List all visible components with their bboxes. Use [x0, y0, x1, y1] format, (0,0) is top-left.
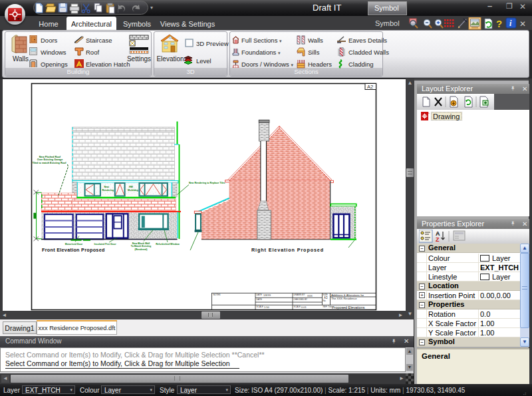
svg-text:Motorised Door: Motorised Door [65, 243, 83, 246]
svg-text:NOTES: NOTES [213, 294, 221, 296]
svg-text:A2: A2 [367, 84, 373, 90]
svg-text:CHECKED BY: CHECKED BY [294, 298, 309, 301]
svg-text:(Rendered): (Rendered) [135, 248, 148, 251]
svg-text:1/8/99: 1/8/99 [263, 294, 271, 297]
svg-text:?: ? [496, 18, 502, 29]
svg-text:Additions & Alterations for: Additions & Alterations for [331, 294, 364, 297]
svg-text:XXX: XXX [307, 294, 313, 297]
svg-text:DRAWN BY: DRAWN BY [294, 294, 306, 296]
svg-text:Z: Z [436, 236, 440, 243]
svg-text:Insulated Frnt Door: Insulated Frnt Door [94, 243, 116, 246]
svg-text:Tiled to match Existing Roof: Tiled to match Existing Roof [32, 162, 66, 164]
svg-text:SCALE: SCALE [257, 305, 263, 308]
svg-text:HW: HW [129, 186, 134, 188]
svg-text:1:50: 1:50 [264, 305, 270, 309]
svg-text:Over Existing Garage: Over Existing Garage [37, 158, 63, 161]
svg-text:Right Elevation Proposed: Right Elevation Proposed [251, 247, 324, 253]
svg-text:New Pitched Roof: New Pitched Roof [39, 156, 61, 158]
svg-text:New Rendering to Replace Tiles: New Rendering to Replace Tiles [189, 182, 225, 184]
svg-text:No.: No. [323, 299, 327, 302]
svg-text:✕: ✕ [519, 19, 526, 29]
svg-text:DATE: DATE [257, 298, 262, 301]
svg-text:Proposed Elevations: Proposed Elevations [332, 305, 365, 309]
svg-text:Mstbldng: Mstbldng [128, 189, 138, 192]
svg-text:0.01: 0.01 [301, 305, 307, 309]
svg-text:Rendering: Rendering [102, 189, 114, 192]
svg-text:Refurbished Window: Refurbished Window [156, 243, 180, 246]
svg-text:The XXX Residence: The XXX Residence [331, 297, 357, 300]
svg-text:REF. Title: REF. Title [323, 305, 332, 308]
svg-text:New: New [104, 186, 110, 188]
svg-text:SCALE: SCALE [294, 305, 301, 308]
svg-text:Front Elevation Proposed: Front Elevation Proposed [42, 247, 105, 253]
svg-text:DATE: DATE [257, 294, 262, 296]
